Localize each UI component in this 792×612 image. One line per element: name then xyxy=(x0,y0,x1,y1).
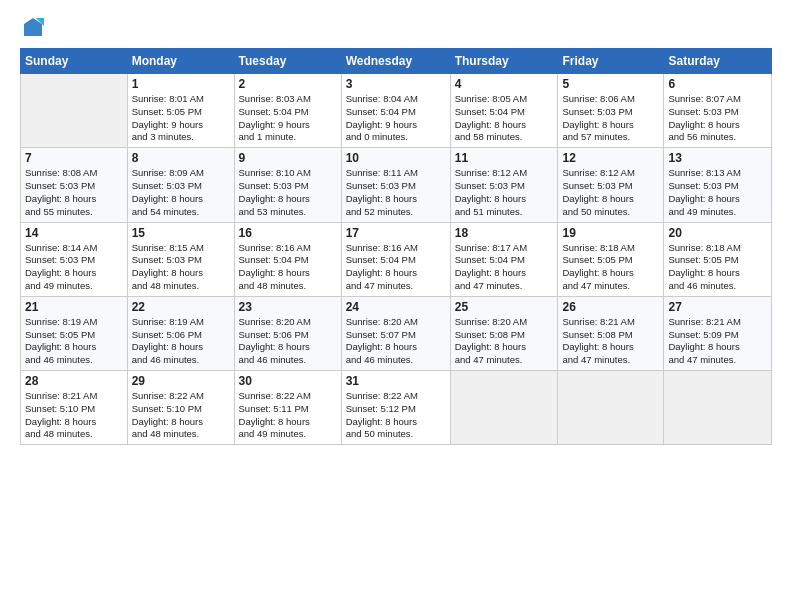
day-number: 30 xyxy=(239,374,337,388)
day-cell: 20Sunrise: 8:18 AM Sunset: 5:05 PM Dayli… xyxy=(664,222,772,296)
week-row-4: 21Sunrise: 8:19 AM Sunset: 5:05 PM Dayli… xyxy=(21,296,772,370)
day-info: Sunrise: 8:21 AM Sunset: 5:10 PM Dayligh… xyxy=(25,390,123,441)
col-header-monday: Monday xyxy=(127,49,234,74)
day-number: 27 xyxy=(668,300,767,314)
col-header-tuesday: Tuesday xyxy=(234,49,341,74)
day-cell: 15Sunrise: 8:15 AM Sunset: 5:03 PM Dayli… xyxy=(127,222,234,296)
day-number: 12 xyxy=(562,151,659,165)
day-cell: 18Sunrise: 8:17 AM Sunset: 5:04 PM Dayli… xyxy=(450,222,558,296)
day-number: 15 xyxy=(132,226,230,240)
week-row-3: 14Sunrise: 8:14 AM Sunset: 5:03 PM Dayli… xyxy=(21,222,772,296)
day-info: Sunrise: 8:21 AM Sunset: 5:09 PM Dayligh… xyxy=(668,316,767,367)
day-info: Sunrise: 8:14 AM Sunset: 5:03 PM Dayligh… xyxy=(25,242,123,293)
day-info: Sunrise: 8:16 AM Sunset: 5:04 PM Dayligh… xyxy=(346,242,446,293)
logo xyxy=(20,16,44,38)
day-info: Sunrise: 8:09 AM Sunset: 5:03 PM Dayligh… xyxy=(132,167,230,218)
day-info: Sunrise: 8:08 AM Sunset: 5:03 PM Dayligh… xyxy=(25,167,123,218)
day-cell: 7Sunrise: 8:08 AM Sunset: 5:03 PM Daylig… xyxy=(21,148,128,222)
week-row-1: 1Sunrise: 8:01 AM Sunset: 5:05 PM Daylig… xyxy=(21,74,772,148)
day-number: 17 xyxy=(346,226,446,240)
day-cell: 10Sunrise: 8:11 AM Sunset: 5:03 PM Dayli… xyxy=(341,148,450,222)
day-info: Sunrise: 8:01 AM Sunset: 5:05 PM Dayligh… xyxy=(132,93,230,144)
day-cell: 21Sunrise: 8:19 AM Sunset: 5:05 PM Dayli… xyxy=(21,296,128,370)
day-info: Sunrise: 8:05 AM Sunset: 5:04 PM Dayligh… xyxy=(455,93,554,144)
day-cell: 16Sunrise: 8:16 AM Sunset: 5:04 PM Dayli… xyxy=(234,222,341,296)
day-cell: 29Sunrise: 8:22 AM Sunset: 5:10 PM Dayli… xyxy=(127,371,234,445)
day-number: 8 xyxy=(132,151,230,165)
day-number: 11 xyxy=(455,151,554,165)
day-cell: 1Sunrise: 8:01 AM Sunset: 5:05 PM Daylig… xyxy=(127,74,234,148)
day-info: Sunrise: 8:06 AM Sunset: 5:03 PM Dayligh… xyxy=(562,93,659,144)
day-cell: 22Sunrise: 8:19 AM Sunset: 5:06 PM Dayli… xyxy=(127,296,234,370)
day-number: 6 xyxy=(668,77,767,91)
day-number: 25 xyxy=(455,300,554,314)
day-number: 24 xyxy=(346,300,446,314)
col-header-thursday: Thursday xyxy=(450,49,558,74)
day-cell xyxy=(450,371,558,445)
day-cell: 25Sunrise: 8:20 AM Sunset: 5:08 PM Dayli… xyxy=(450,296,558,370)
day-info: Sunrise: 8:22 AM Sunset: 5:12 PM Dayligh… xyxy=(346,390,446,441)
day-info: Sunrise: 8:19 AM Sunset: 5:06 PM Dayligh… xyxy=(132,316,230,367)
day-number: 21 xyxy=(25,300,123,314)
day-cell: 6Sunrise: 8:07 AM Sunset: 5:03 PM Daylig… xyxy=(664,74,772,148)
day-number: 3 xyxy=(346,77,446,91)
day-info: Sunrise: 8:15 AM Sunset: 5:03 PM Dayligh… xyxy=(132,242,230,293)
day-info: Sunrise: 8:18 AM Sunset: 5:05 PM Dayligh… xyxy=(668,242,767,293)
day-cell xyxy=(664,371,772,445)
day-info: Sunrise: 8:19 AM Sunset: 5:05 PM Dayligh… xyxy=(25,316,123,367)
day-number: 1 xyxy=(132,77,230,91)
day-number: 31 xyxy=(346,374,446,388)
day-number: 26 xyxy=(562,300,659,314)
day-cell: 14Sunrise: 8:14 AM Sunset: 5:03 PM Dayli… xyxy=(21,222,128,296)
day-info: Sunrise: 8:10 AM Sunset: 5:03 PM Dayligh… xyxy=(239,167,337,218)
page: SundayMondayTuesdayWednesdayThursdayFrid… xyxy=(0,0,792,612)
day-cell: 3Sunrise: 8:04 AM Sunset: 5:04 PM Daylig… xyxy=(341,74,450,148)
day-number: 10 xyxy=(346,151,446,165)
day-info: Sunrise: 8:21 AM Sunset: 5:08 PM Dayligh… xyxy=(562,316,659,367)
day-cell xyxy=(558,371,664,445)
day-cell: 17Sunrise: 8:16 AM Sunset: 5:04 PM Dayli… xyxy=(341,222,450,296)
day-cell: 8Sunrise: 8:09 AM Sunset: 5:03 PM Daylig… xyxy=(127,148,234,222)
day-info: Sunrise: 8:20 AM Sunset: 5:07 PM Dayligh… xyxy=(346,316,446,367)
day-number: 14 xyxy=(25,226,123,240)
day-info: Sunrise: 8:16 AM Sunset: 5:04 PM Dayligh… xyxy=(239,242,337,293)
day-number: 19 xyxy=(562,226,659,240)
day-cell: 12Sunrise: 8:12 AM Sunset: 5:03 PM Dayli… xyxy=(558,148,664,222)
day-cell: 23Sunrise: 8:20 AM Sunset: 5:06 PM Dayli… xyxy=(234,296,341,370)
day-cell: 5Sunrise: 8:06 AM Sunset: 5:03 PM Daylig… xyxy=(558,74,664,148)
day-info: Sunrise: 8:22 AM Sunset: 5:11 PM Dayligh… xyxy=(239,390,337,441)
day-number: 22 xyxy=(132,300,230,314)
day-cell: 30Sunrise: 8:22 AM Sunset: 5:11 PM Dayli… xyxy=(234,371,341,445)
day-cell xyxy=(21,74,128,148)
day-number: 16 xyxy=(239,226,337,240)
day-number: 5 xyxy=(562,77,659,91)
day-info: Sunrise: 8:04 AM Sunset: 5:04 PM Dayligh… xyxy=(346,93,446,144)
day-number: 4 xyxy=(455,77,554,91)
day-number: 28 xyxy=(25,374,123,388)
week-row-5: 28Sunrise: 8:21 AM Sunset: 5:10 PM Dayli… xyxy=(21,371,772,445)
day-number: 23 xyxy=(239,300,337,314)
day-cell: 26Sunrise: 8:21 AM Sunset: 5:08 PM Dayli… xyxy=(558,296,664,370)
day-number: 2 xyxy=(239,77,337,91)
day-cell: 31Sunrise: 8:22 AM Sunset: 5:12 PM Dayli… xyxy=(341,371,450,445)
day-cell: 2Sunrise: 8:03 AM Sunset: 5:04 PM Daylig… xyxy=(234,74,341,148)
day-cell: 9Sunrise: 8:10 AM Sunset: 5:03 PM Daylig… xyxy=(234,148,341,222)
col-header-wednesday: Wednesday xyxy=(341,49,450,74)
day-info: Sunrise: 8:18 AM Sunset: 5:05 PM Dayligh… xyxy=(562,242,659,293)
day-info: Sunrise: 8:12 AM Sunset: 5:03 PM Dayligh… xyxy=(562,167,659,218)
header-row: SundayMondayTuesdayWednesdayThursdayFrid… xyxy=(21,49,772,74)
week-row-2: 7Sunrise: 8:08 AM Sunset: 5:03 PM Daylig… xyxy=(21,148,772,222)
col-header-sunday: Sunday xyxy=(21,49,128,74)
day-info: Sunrise: 8:03 AM Sunset: 5:04 PM Dayligh… xyxy=(239,93,337,144)
day-number: 29 xyxy=(132,374,230,388)
header xyxy=(20,16,772,38)
day-info: Sunrise: 8:07 AM Sunset: 5:03 PM Dayligh… xyxy=(668,93,767,144)
day-number: 9 xyxy=(239,151,337,165)
day-info: Sunrise: 8:17 AM Sunset: 5:04 PM Dayligh… xyxy=(455,242,554,293)
logo-icon xyxy=(22,16,44,38)
day-number: 7 xyxy=(25,151,123,165)
day-cell: 11Sunrise: 8:12 AM Sunset: 5:03 PM Dayli… xyxy=(450,148,558,222)
day-info: Sunrise: 8:13 AM Sunset: 5:03 PM Dayligh… xyxy=(668,167,767,218)
day-info: Sunrise: 8:20 AM Sunset: 5:06 PM Dayligh… xyxy=(239,316,337,367)
day-cell: 13Sunrise: 8:13 AM Sunset: 5:03 PM Dayli… xyxy=(664,148,772,222)
